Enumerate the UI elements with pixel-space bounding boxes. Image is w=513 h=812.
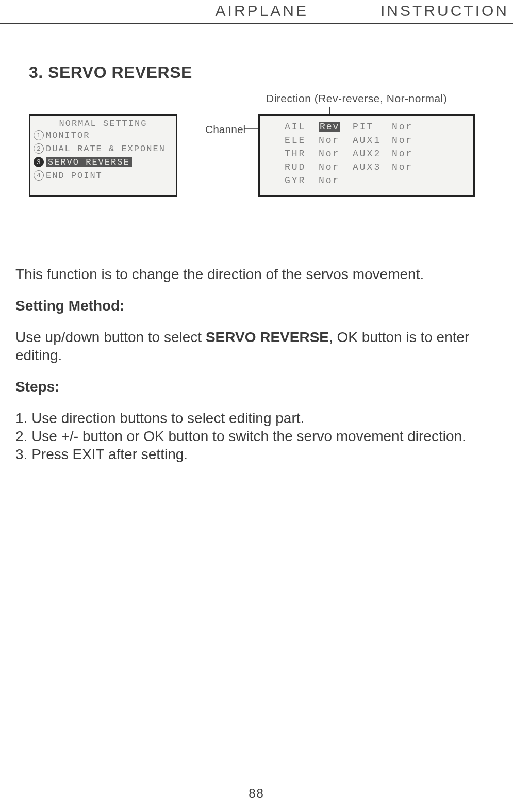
servo-direction: Nor	[392, 162, 418, 172]
servo-channel: THR	[285, 149, 316, 159]
step-item: 3. Press EXIT after setting.	[15, 445, 498, 463]
body-text: This function is to change the direction…	[15, 265, 498, 463]
servo-direction: Nor	[319, 162, 350, 172]
servo-channel: AIL	[285, 122, 316, 132]
setting-method-bold: SERVO REVERSE	[206, 329, 329, 345]
menu-item-label: MONITOR	[46, 131, 90, 140]
setting-method-pre: Use up/down button to select	[15, 329, 206, 345]
lcd-menu-item-selected: 3 SERVO REVERSE	[32, 155, 174, 169]
page-header: AIRPLANE INSTRUCTION	[0, 0, 513, 24]
servo-direction	[392, 175, 418, 186]
servo-channel: AUX2	[353, 149, 389, 159]
lcd-menu-title: NORMAL SETTING	[32, 119, 174, 128]
servo-channel: AUX1	[353, 135, 389, 145]
servo-direction: Nor	[319, 175, 350, 186]
page-number: 88	[0, 786, 513, 801]
steps-list: 1. Use direction buttons to select editi…	[15, 409, 498, 463]
step-item: 1. Use direction buttons to select editi…	[15, 409, 498, 427]
header-left: AIRPLANE	[216, 2, 308, 20]
servo-channel	[353, 175, 389, 186]
lcd-menu-screen: NORMAL SETTING 1 MONITOR 2 DUAL RATE & E…	[29, 114, 177, 197]
lcd-menu-item: 2 DUAL RATE & EXPONEN	[32, 142, 174, 155]
legend-direction: Direction (Rev-reverse, Nor-normal)	[266, 92, 447, 105]
setting-method-heading: Setting Method:	[15, 297, 498, 315]
legend-channel: Channel	[205, 123, 245, 136]
servo-direction: Nor	[319, 149, 350, 159]
header-right: INSTRUCTION	[380, 2, 509, 20]
section-title: 3. SERVO REVERSE	[29, 63, 513, 82]
servo-channel: PIT	[353, 122, 389, 132]
servo-direction: Nor	[319, 135, 350, 145]
intro-text: This function is to change the direction…	[15, 265, 498, 283]
menu-item-label: DUAL RATE & EXPONEN	[46, 144, 166, 154]
servo-channel: GYR	[285, 175, 316, 186]
lcd-menu-item: 4 END POINT	[32, 169, 174, 182]
menu-index-icon: 4	[34, 170, 44, 181]
servo-channel: ELE	[285, 135, 316, 145]
lcd-menu-item: 1 MONITOR	[32, 128, 174, 142]
step-item: 2. Use +/- button or OK button to switch…	[15, 427, 498, 445]
menu-item-label: END POINT	[46, 171, 103, 181]
menu-item-label: SERVO REVERSE	[46, 157, 132, 167]
servo-direction: Nor	[392, 135, 418, 145]
figure-area: Direction (Rev-reverse, Nor-normal) Chan…	[29, 92, 484, 226]
menu-index-icon: 1	[34, 130, 44, 140]
servo-direction-selected: Rev	[319, 122, 350, 132]
servo-direction: Nor	[392, 122, 418, 132]
lcd-servo-screen: AIL Rev PIT Nor ELE Nor AUX1 Nor THR Nor…	[258, 114, 475, 197]
servo-channel: RUD	[285, 162, 316, 172]
setting-method-text: Use up/down button to select SERVO REVER…	[15, 328, 498, 364]
menu-index-icon: 2	[34, 143, 44, 154]
servo-channel: AUX3	[353, 162, 389, 172]
servo-direction: Nor	[392, 149, 418, 159]
menu-index-icon: 3	[34, 157, 44, 167]
steps-heading: Steps:	[15, 378, 498, 396]
